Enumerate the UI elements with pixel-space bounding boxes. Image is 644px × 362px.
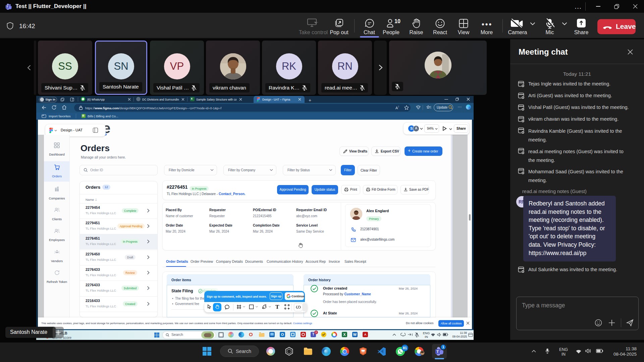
- svg-text:T: T: [436, 350, 439, 354]
- svg-text:T: T: [6, 5, 8, 8]
